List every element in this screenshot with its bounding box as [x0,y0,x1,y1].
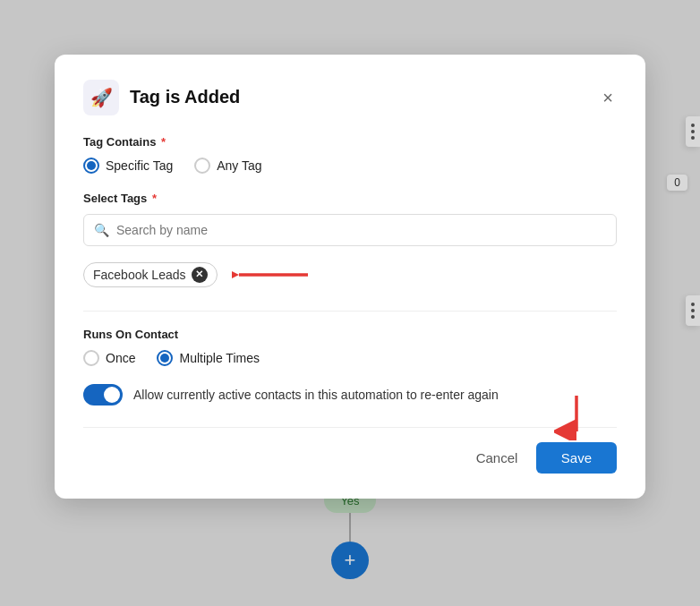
any-tag-label: Any Tag [217,158,261,173]
save-wrapper: Save [536,442,617,474]
required-indicator-2: * [149,192,157,205]
remove-tag-button[interactable]: ✕ [192,267,208,283]
modal-title: Tag is Added [130,87,240,107]
specific-tag-radio[interactable] [83,158,99,174]
cancel-button[interactable]: Cancel [462,443,533,473]
multiple-times-label: Multiple Times [179,351,259,365]
select-tags-label: Select Tags * [83,192,617,205]
tag-chip-row: Facebook Leads ✕ [83,257,312,293]
once-radio[interactable] [83,350,99,366]
specific-tag-label: Specific Tag [106,158,173,173]
red-arrow-annotation-2 [554,396,599,440]
runs-on-contact-section: Runs On Contact Once Multiple Times [83,328,617,366]
runs-on-contact-radio-group: Once Multiple Times [83,350,617,366]
re-enter-toggle[interactable] [83,384,123,405]
rocket-icon: 🚀 [90,87,113,108]
tag-contains-section: Tag Contains * Specific Tag Any Tag [83,135,617,174]
multiple-times-option[interactable]: Multiple Times [157,350,259,366]
modal-footer: Cancel Save [83,427,617,474]
search-wrapper: 🔍 [83,214,617,246]
select-tags-section: Select Tags * 🔍 Facebook Leads ✕ [83,192,617,293]
re-enter-toggle-row: Allow currently active contacts in this … [83,384,617,405]
search-input[interactable] [83,214,617,246]
any-tag-radio[interactable] [194,158,210,174]
close-button[interactable]: × [599,85,617,110]
modal-icon: 🚀 [83,80,119,115]
save-button[interactable]: Save [536,442,617,474]
runs-on-contact-label: Runs On Contact [83,328,617,341]
re-enter-label: Allow currently active contacts in this … [133,388,499,402]
tag-chip-label: Facebook Leads [93,268,186,282]
save-button-area: Cancel Save [462,442,617,474]
modal-overlay: 🚀 Tag is Added × Tag Contains * Specific… [0,0,700,606]
any-tag-option[interactable]: Any Tag [194,158,261,174]
search-icon: 🔍 [94,223,109,237]
modal-header: 🚀 Tag is Added × [83,80,617,115]
once-label: Once [106,351,135,365]
tag-contains-label: Tag Contains * [83,135,617,149]
facebook-leads-tag: Facebook Leads ✕ [83,262,218,287]
required-indicator: * [158,135,166,149]
tag-contains-radio-group: Specific Tag Any Tag [83,158,617,174]
specific-tag-option[interactable]: Specific Tag [83,158,173,174]
divider [83,311,617,312]
tag-is-added-modal: 🚀 Tag is Added × Tag Contains * Specific… [55,55,645,499]
red-arrow-annotation-1 [232,257,312,293]
modal-title-group: 🚀 Tag is Added [83,80,240,115]
once-option[interactable]: Once [83,350,135,366]
multiple-times-radio[interactable] [157,350,173,366]
